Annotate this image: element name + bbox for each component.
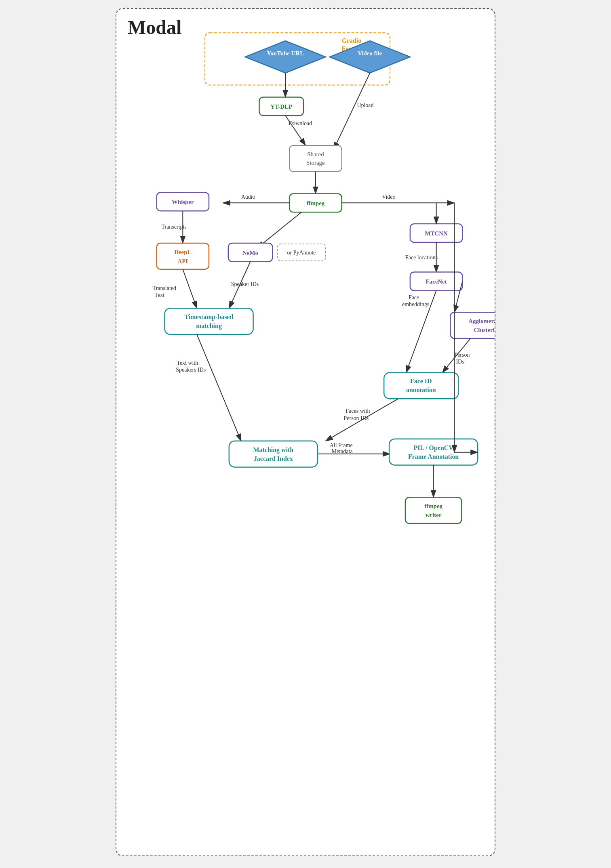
agglom-label2: Clustering <box>474 327 495 333</box>
jaccard-label1: Matching with <box>253 446 294 454</box>
face-id-label2: annotation <box>406 387 436 393</box>
face-locations-label: Face locations <box>405 254 438 261</box>
ffmpeg-writer-box <box>405 497 461 523</box>
shared-storage-label2: Storage <box>306 160 325 166</box>
timestamp-matching-label2: matching <box>196 322 222 330</box>
pil-opencv-label2: Frame Annotation <box>408 453 459 460</box>
person-ids-label2: IDs <box>456 359 464 365</box>
speaker-ids-label1: Speaker IDs <box>231 281 259 287</box>
shared-storage-box <box>289 145 341 172</box>
face-id-label1: Face ID <box>410 378 432 385</box>
person-ids-label1: Person <box>454 352 470 358</box>
whisper-label: Whisper <box>172 199 194 205</box>
faces-with-person-ids-label1: Faces with <box>346 408 370 414</box>
agglom-box <box>450 312 495 338</box>
youtube-url-label: YouTube URL <box>267 50 304 57</box>
arrow-timestamp-jaccard <box>197 334 241 441</box>
timestamp-matching-label1: Timestamp-based <box>185 313 234 321</box>
face-embeddings-label2: embeddings <box>402 301 429 307</box>
audio-label: Audio <box>241 194 255 200</box>
agglom-label1: Agglomerative <box>468 318 495 324</box>
translated-text-label1: Translated <box>153 285 176 291</box>
video-label: Video <box>382 194 395 200</box>
nemo-label: NeMo <box>242 250 258 256</box>
arrow-deepl-timestamp <box>183 269 197 309</box>
mtcnn-label: MTCNN <box>425 230 448 237</box>
pyannotate-label: or PyAnnote <box>287 250 316 256</box>
translated-text-label2: Text <box>155 292 165 298</box>
deepl-box <box>157 243 209 269</box>
gradio-label: Gradio <box>342 37 362 44</box>
all-frame-metadata-label2: Metadata <box>332 448 353 454</box>
facenet-label: FaceNet <box>426 278 447 285</box>
face-id-box <box>384 373 458 399</box>
faces-with-person-ids-label2: Person IDs <box>344 415 369 421</box>
deepl-label1: DeepL <box>174 249 191 255</box>
pil-opencv-label1: PIL / OpenCV <box>414 444 454 452</box>
jaccard-box <box>229 441 318 467</box>
deepl-label2: API <box>177 258 188 265</box>
upload-label: Upload <box>357 102 373 108</box>
video-file-label: Video file <box>358 50 382 57</box>
transcripts-label: Transcripts <box>162 224 187 230</box>
ytdlp-label: YT-DLP <box>270 103 292 110</box>
ffmpeg-label: ffmpeg <box>307 200 325 206</box>
arrow-videofile-sharedstorage <box>334 73 370 149</box>
arrow-ffmpeg-nemo <box>257 212 302 248</box>
all-frame-metadata-label1: All Frame <box>330 442 353 448</box>
shared-storage-label1: Shared <box>307 151 324 158</box>
jaccard-label2: Jaccard Index <box>254 455 293 462</box>
timestamp-matching-box <box>164 308 253 334</box>
text-with-speakers-label1: Text with <box>177 360 198 366</box>
ffmpeg-writer-label2: writer <box>426 512 442 518</box>
ffmpeg-writer-label1: ffmpeg <box>424 503 442 509</box>
page: Modal Gradio Frontend YouTube URL Video … <box>116 8 495 856</box>
youtube-url-diamond <box>245 41 326 73</box>
text-with-speakers-label2: Speakers IDs <box>176 367 206 373</box>
face-embeddings-label1: Face <box>409 294 419 301</box>
